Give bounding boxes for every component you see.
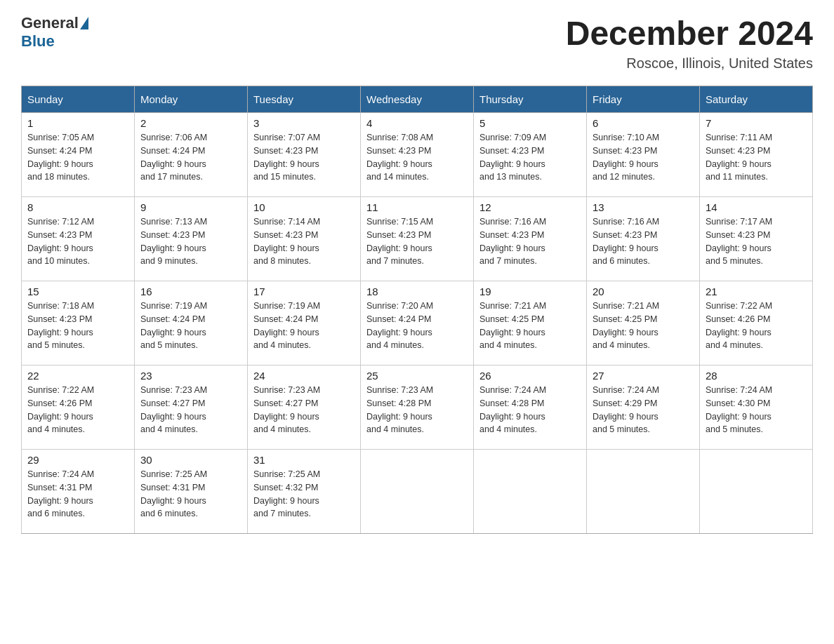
- day-number: 13: [593, 201, 694, 213]
- calendar-cell: 28 Sunrise: 7:24 AM Sunset: 4:30 PM Dayl…: [700, 365, 813, 450]
- day-number: 2: [140, 117, 241, 129]
- calendar-cell: 26 Sunrise: 7:24 AM Sunset: 4:28 PM Dayl…: [474, 365, 587, 450]
- calendar-cell: 23 Sunrise: 7:23 AM Sunset: 4:27 PM Dayl…: [135, 365, 248, 450]
- calendar-table: SundayMondayTuesdayWednesdayThursdayFrid…: [21, 86, 813, 534]
- calendar-week-row: 22 Sunrise: 7:22 AM Sunset: 4:26 PM Dayl…: [22, 365, 813, 450]
- day-number: 17: [253, 286, 355, 297]
- day-number: 4: [366, 117, 468, 129]
- calendar-header-row: SundayMondayTuesdayWednesdayThursdayFrid…: [22, 86, 813, 113]
- day-number: 3: [253, 117, 355, 129]
- logo-blue-text: Blue: [21, 32, 55, 51]
- calendar-cell: [474, 450, 587, 534]
- calendar-header-friday: Friday: [587, 86, 700, 113]
- calendar-cell: [361, 450, 474, 534]
- calendar-cell: 1 Sunrise: 7:05 AM Sunset: 4:24 PM Dayli…: [22, 113, 135, 197]
- day-info: Sunrise: 7:25 AM Sunset: 4:31 PM Dayligh…: [140, 468, 241, 521]
- day-info: Sunrise: 7:24 AM Sunset: 4:28 PM Dayligh…: [479, 384, 581, 436]
- day-number: 18: [366, 286, 468, 297]
- calendar-cell: [587, 450, 700, 534]
- day-info: Sunrise: 7:10 AM Sunset: 4:23 PM Dayligh…: [593, 131, 694, 184]
- calendar-header-monday: Monday: [135, 86, 248, 113]
- day-info: Sunrise: 7:08 AM Sunset: 4:23 PM Dayligh…: [366, 131, 468, 184]
- day-number: 31: [253, 454, 355, 466]
- day-number: 14: [706, 201, 807, 213]
- day-info: Sunrise: 7:23 AM Sunset: 4:27 PM Dayligh…: [140, 384, 241, 436]
- calendar-cell: 31 Sunrise: 7:25 AM Sunset: 4:32 PM Dayl…: [248, 450, 361, 534]
- calendar-cell: 5 Sunrise: 7:09 AM Sunset: 4:23 PM Dayli…: [474, 113, 587, 197]
- day-number: 25: [366, 370, 468, 382]
- day-info: Sunrise: 7:23 AM Sunset: 4:28 PM Dayligh…: [366, 384, 468, 436]
- day-info: Sunrise: 7:15 AM Sunset: 4:23 PM Dayligh…: [366, 215, 468, 268]
- day-info: Sunrise: 7:16 AM Sunset: 4:23 PM Dayligh…: [593, 215, 694, 268]
- calendar-cell: 4 Sunrise: 7:08 AM Sunset: 4:23 PM Dayli…: [361, 113, 474, 197]
- day-info: Sunrise: 7:16 AM Sunset: 4:23 PM Dayligh…: [479, 215, 581, 268]
- calendar-cell: 21 Sunrise: 7:22 AM Sunset: 4:26 PM Dayl…: [700, 281, 813, 365]
- day-info: Sunrise: 7:09 AM Sunset: 4:23 PM Dayligh…: [479, 131, 581, 184]
- day-number: 28: [706, 370, 807, 382]
- calendar-cell: 18 Sunrise: 7:20 AM Sunset: 4:24 PM Dayl…: [361, 281, 474, 365]
- day-number: 20: [593, 286, 694, 297]
- day-number: 19: [479, 286, 581, 297]
- calendar-cell: 16 Sunrise: 7:19 AM Sunset: 4:24 PM Dayl…: [135, 281, 248, 365]
- day-info: Sunrise: 7:22 AM Sunset: 4:26 PM Dayligh…: [706, 300, 807, 352]
- logo-general-text: General: [21, 14, 79, 32]
- day-number: 29: [27, 454, 128, 466]
- calendar-cell: 3 Sunrise: 7:07 AM Sunset: 4:23 PM Dayli…: [248, 113, 361, 197]
- day-number: 24: [253, 370, 355, 382]
- calendar-cell: 30 Sunrise: 7:25 AM Sunset: 4:31 PM Dayl…: [135, 450, 248, 534]
- day-info: Sunrise: 7:06 AM Sunset: 4:24 PM Dayligh…: [140, 131, 241, 184]
- day-info: Sunrise: 7:20 AM Sunset: 4:24 PM Dayligh…: [366, 300, 468, 352]
- calendar-header-thursday: Thursday: [474, 86, 587, 113]
- day-number: 26: [479, 370, 581, 382]
- day-number: 16: [140, 286, 241, 297]
- calendar-week-row: 8 Sunrise: 7:12 AM Sunset: 4:23 PM Dayli…: [22, 197, 813, 281]
- calendar-week-row: 15 Sunrise: 7:18 AM Sunset: 4:23 PM Dayl…: [22, 281, 813, 365]
- page-subtitle: Roscoe, Illinois, United States: [566, 55, 813, 72]
- day-number: 5: [479, 117, 581, 129]
- calendar-cell: [700, 450, 813, 534]
- calendar-cell: 27 Sunrise: 7:24 AM Sunset: 4:29 PM Dayl…: [587, 365, 700, 450]
- calendar-cell: 6 Sunrise: 7:10 AM Sunset: 4:23 PM Dayli…: [587, 113, 700, 197]
- day-number: 12: [479, 201, 581, 213]
- day-number: 9: [140, 201, 241, 213]
- day-info: Sunrise: 7:19 AM Sunset: 4:24 PM Dayligh…: [253, 300, 355, 352]
- logo-triangle-icon: [80, 17, 88, 29]
- calendar-cell: 10 Sunrise: 7:14 AM Sunset: 4:23 PM Dayl…: [248, 197, 361, 281]
- calendar-cell: 7 Sunrise: 7:11 AM Sunset: 4:23 PM Dayli…: [700, 113, 813, 197]
- title-block: December 2024 Roscoe, Illinois, United S…: [566, 14, 813, 72]
- day-info: Sunrise: 7:05 AM Sunset: 4:24 PM Dayligh…: [27, 131, 128, 184]
- day-info: Sunrise: 7:14 AM Sunset: 4:23 PM Dayligh…: [253, 215, 355, 268]
- calendar-cell: 2 Sunrise: 7:06 AM Sunset: 4:24 PM Dayli…: [135, 113, 248, 197]
- calendar-cell: 15 Sunrise: 7:18 AM Sunset: 4:23 PM Dayl…: [22, 281, 135, 365]
- calendar-cell: 19 Sunrise: 7:21 AM Sunset: 4:25 PM Dayl…: [474, 281, 587, 365]
- day-number: 11: [366, 201, 468, 213]
- calendar-cell: 11 Sunrise: 7:15 AM Sunset: 4:23 PM Dayl…: [361, 197, 474, 281]
- day-number: 1: [27, 117, 128, 129]
- calendar-week-row: 29 Sunrise: 7:24 AM Sunset: 4:31 PM Dayl…: [22, 450, 813, 534]
- day-info: Sunrise: 7:17 AM Sunset: 4:23 PM Dayligh…: [706, 215, 807, 268]
- day-number: 23: [140, 370, 241, 382]
- calendar-cell: 14 Sunrise: 7:17 AM Sunset: 4:23 PM Dayl…: [700, 197, 813, 281]
- calendar-header-sunday: Sunday: [22, 86, 135, 113]
- day-info: Sunrise: 7:13 AM Sunset: 4:23 PM Dayligh…: [140, 215, 241, 268]
- calendar-cell: 24 Sunrise: 7:23 AM Sunset: 4:27 PM Dayl…: [248, 365, 361, 450]
- day-info: Sunrise: 7:25 AM Sunset: 4:32 PM Dayligh…: [253, 468, 355, 521]
- page-title: December 2024: [566, 14, 813, 53]
- day-number: 21: [706, 286, 807, 297]
- calendar-cell: 12 Sunrise: 7:16 AM Sunset: 4:23 PM Dayl…: [474, 197, 587, 281]
- day-number: 7: [706, 117, 807, 129]
- logo: General Blue: [21, 14, 90, 51]
- calendar-cell: 9 Sunrise: 7:13 AM Sunset: 4:23 PM Dayli…: [135, 197, 248, 281]
- day-info: Sunrise: 7:24 AM Sunset: 4:29 PM Dayligh…: [593, 384, 694, 436]
- day-number: 6: [593, 117, 694, 129]
- calendar-header-wednesday: Wednesday: [361, 86, 474, 113]
- day-number: 15: [27, 286, 128, 297]
- calendar-cell: 8 Sunrise: 7:12 AM Sunset: 4:23 PM Dayli…: [22, 197, 135, 281]
- calendar-week-row: 1 Sunrise: 7:05 AM Sunset: 4:24 PM Dayli…: [22, 113, 813, 197]
- day-info: Sunrise: 7:12 AM Sunset: 4:23 PM Dayligh…: [27, 215, 128, 268]
- day-number: 22: [27, 370, 128, 382]
- day-info: Sunrise: 7:22 AM Sunset: 4:26 PM Dayligh…: [27, 384, 128, 436]
- calendar-header-saturday: Saturday: [700, 86, 813, 113]
- day-info: Sunrise: 7:21 AM Sunset: 4:25 PM Dayligh…: [593, 300, 694, 352]
- day-info: Sunrise: 7:24 AM Sunset: 4:30 PM Dayligh…: [706, 384, 807, 436]
